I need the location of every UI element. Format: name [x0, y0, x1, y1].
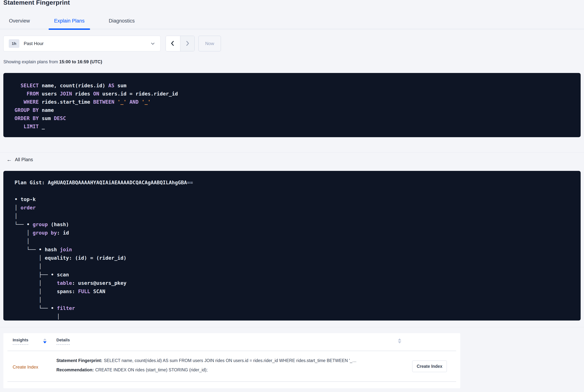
showing-range: 15:00 to 16:59 (UTC): [59, 59, 102, 64]
detail-label: Statement Fingerprint:: [56, 358, 102, 363]
next-interval-button[interactable]: [180, 36, 195, 51]
plan-gist-box: Plan Gist: AgHUAQIABQAAAAHYAQIAiAEAAAADC…: [3, 171, 581, 320]
detail-label: Recommendation:: [56, 368, 94, 372]
all-plans-label: All Plans: [15, 157, 33, 162]
table-header-divider: [7, 351, 456, 351]
table-row-divider: [7, 382, 456, 382]
column-header-details[interactable]: Details: [56, 338, 70, 345]
sort-down-triangle: [398, 341, 401, 344]
tab-explain-plans[interactable]: Explain Plans: [48, 13, 90, 29]
prev-interval-button[interactable]: [166, 36, 180, 51]
tab-diagnostics[interactable]: Diagnostics: [103, 13, 140, 29]
statement-fingerprint-page: { "page": { "title": "Statement Fingerpr…: [0, 0, 584, 392]
time-interval-label: Past Hour: [24, 41, 150, 46]
time-nav-group: [166, 36, 195, 51]
showing-explain-plans-text: Showing explain plans from 15:00 to 16:5…: [3, 59, 102, 64]
create-index-button[interactable]: Create Index: [412, 360, 447, 372]
page-title: Statement Fingerprint: [3, 0, 70, 6]
all-plans-back-link[interactable]: ← All Plans: [6, 157, 33, 162]
chevron-left-icon: [170, 40, 176, 47]
sort-icon-insights[interactable]: [43, 338, 46, 344]
detail-text: CREATE INDEX ON rides (start_time) STORI…: [95, 368, 208, 372]
detail-recommendation: Recommendation:CREATE INDEX ON rides (st…: [56, 368, 207, 372]
chevron-down-icon: [150, 41, 155, 46]
sort-up-triangle: [398, 338, 401, 340]
section-divider: [0, 327, 584, 327]
statement-sql-box: SELECT name, count(rides.id) AS sum FROM…: [3, 73, 581, 137]
chevron-right-icon: [184, 40, 191, 47]
time-interval-badge: 1h: [9, 39, 19, 48]
statement-sql-code: SELECT name, count(rides.id) AS sum FROM…: [3, 73, 581, 131]
showing-prefix: Showing explain plans from: [3, 59, 59, 64]
section-divider: [0, 152, 584, 152]
column-header-insights[interactable]: Insights: [13, 338, 28, 345]
insights-table-card: Insights Details Create Index Statement …: [3, 333, 460, 388]
plan-tree-code: Plan Gist: AgHUAQIABQAAAAHYAQIAiAEAAAADC…: [3, 171, 581, 320]
sort-up-triangle: [43, 338, 46, 340]
time-interval-dropdown[interactable]: 1h Past Hour: [3, 36, 161, 51]
now-button[interactable]: Now: [198, 36, 221, 51]
tab-overview[interactable]: Overview: [3, 13, 35, 29]
detail-statement-fingerprint: Statement Fingerprint:SELECT name, count…: [56, 358, 357, 363]
tab-bar: Overview Explain Plans Diagnostics: [0, 13, 584, 29]
insight-type-link[interactable]: Create Index: [13, 364, 38, 370]
sort-icon-details[interactable]: [398, 338, 401, 344]
back-arrow-icon: ←: [6, 157, 12, 162]
sort-down-triangle: [43, 341, 46, 344]
detail-text: SELECT name, count(rides.id) AS sum FROM…: [104, 358, 357, 363]
